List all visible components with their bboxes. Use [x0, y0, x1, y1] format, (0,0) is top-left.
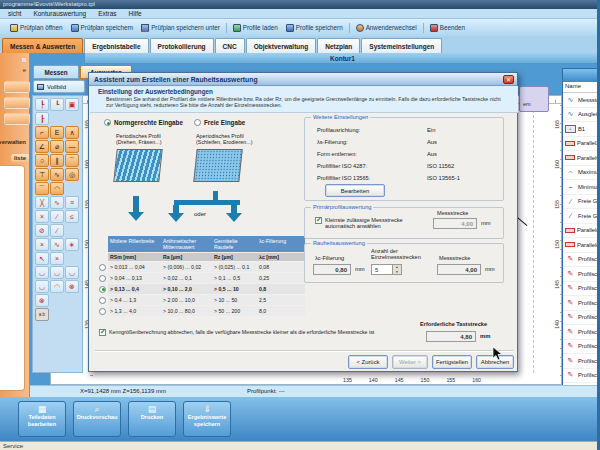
palette-tool-icon[interactable]: ◠ — [50, 182, 64, 195]
palette-tool-icon[interactable]: ◡ — [65, 266, 79, 279]
row-radio-icon[interactable] — [99, 286, 106, 293]
palette-tool-icon[interactable]: ⊘ — [35, 224, 49, 237]
palette-tool-icon[interactable]: ∕ — [50, 224, 64, 237]
palette-tool-icon[interactable]: ┞ — [35, 98, 49, 111]
palette-tool-icon[interactable]: ↖ — [35, 252, 49, 265]
palette-tool-icon[interactable]: ∕ — [50, 210, 64, 223]
bearbeiten-button[interactable]: Bearbeiten — [325, 184, 385, 197]
toolbar-button[interactable]: Prüfplan speichern — [67, 23, 138, 33]
list-item[interactable]: ∿ Ausgleich — [563, 108, 599, 123]
palette-tool-icon[interactable]: ▣ — [65, 98, 79, 111]
palette-tool-icon[interactable]: ∿ — [50, 196, 64, 209]
palette-tool-icon[interactable]: ┠ — [35, 112, 49, 125]
list-item[interactable]: ✎ Profilsch — [563, 340, 599, 355]
toolbar-button[interactable]: Prüfplan öffnen — [6, 23, 67, 33]
palette-tool-icon[interactable]: ∿ — [50, 238, 64, 251]
lc-filter-field[interactable]: 0,80 — [313, 264, 351, 275]
close-icon[interactable] — [503, 75, 514, 84]
anzahl-spinner[interactable]: 5 — [371, 264, 393, 275]
tab-messen[interactable]: Messen — [33, 65, 79, 79]
main-tab[interactable]: Systemeinstellungen — [361, 38, 442, 53]
palette-tool-icon[interactable]: ◡ — [50, 266, 64, 279]
palette-tool-icon[interactable]: ⌒ — [65, 154, 79, 167]
menu-item[interactable]: Konturauswertung — [33, 10, 86, 17]
list-item[interactable]: Parallelv — [563, 151, 599, 166]
palette-tool-icon[interactable]: ∗ — [65, 238, 79, 251]
sidebar-item-liste[interactable]: liste — [11, 154, 29, 162]
palette-tool-icon[interactable]: ┖ — [50, 98, 64, 111]
palette-tool-icon[interactable]: ⊤ — [35, 168, 49, 181]
list-item[interactable]: ∿ Messstell — [563, 93, 599, 108]
aperiodic-profile-image[interactable] — [193, 149, 242, 182]
action-button[interactable]: ▦ Teiledaten bearbeiten — [18, 401, 66, 437]
palette-tool-icon[interactable]: a.b — [35, 308, 49, 321]
toolbar-button[interactable]: Anwenderwechsel — [349, 23, 421, 33]
palette-tool-icon[interactable]: × — [35, 210, 49, 223]
sidebar-button[interactable] — [4, 97, 30, 109]
action-button[interactable]: ⇓ Ergebniswerte speichern — [183, 401, 231, 437]
list-item[interactable]: Parallel2 — [563, 137, 599, 152]
palette-tool-icon[interactable]: ∧ — [65, 126, 79, 139]
menu-item[interactable]: sicht — [8, 10, 21, 17]
main-tab[interactable]: Messen & Auswerten — [2, 38, 83, 53]
list-item[interactable]: ✎ Profilsch — [563, 354, 599, 369]
row-radio-icon[interactable] — [99, 308, 106, 315]
palette-tool-icon[interactable]: ◎ — [65, 168, 79, 181]
toolbar-button[interactable]: Beenden — [423, 23, 469, 33]
list-item[interactable]: ⌣ Minimum — [563, 180, 599, 195]
palette-tool-icon[interactable]: ≡ — [65, 196, 79, 209]
radio-freie-eingabe[interactable]: Freie Eingabe — [194, 119, 245, 126]
list-item[interactable]: Parallele — [563, 224, 599, 239]
main-tab[interactable]: Ergebnistabelle — [84, 38, 148, 53]
main-tab[interactable]: Protokollierung — [150, 38, 214, 53]
palette-tool-icon[interactable]: ⌀ — [50, 140, 64, 153]
spinner-updown-icon[interactable]: ▴▾ — [393, 264, 402, 275]
list-item[interactable]: ✎ Profilsch — [563, 253, 599, 268]
sidebar-button[interactable] — [4, 81, 30, 93]
list-item[interactable]: ✎ Profilsch — [563, 325, 599, 340]
vollbild-button[interactable]: Vollbild — [33, 80, 85, 93]
list-item[interactable]: ⊥ B1 — [563, 122, 599, 137]
menu-item[interactable]: Hilfe — [129, 10, 142, 17]
main-tab[interactable]: Objektverwaltung — [246, 38, 317, 53]
table-row[interactable]: > 1,3 ... 4,0 > 10,0 ... 80,0 > 50 ... 2… — [97, 306, 305, 316]
row-radio-icon[interactable] — [99, 297, 106, 304]
palette-tool-icon[interactable]: ⌐ — [35, 126, 49, 139]
dialog-title-bar[interactable]: Assistent zum Erstellen einer Rauheitsau… — [89, 73, 517, 86]
palette-tool-icon[interactable]: ╳ — [35, 196, 49, 209]
list-item[interactable]: ∕ Freie Ger — [563, 209, 599, 224]
zurueck-button[interactable]: < Zurück — [348, 355, 388, 369]
palette-tool-icon[interactable]: × — [50, 252, 64, 265]
list-item[interactable]: ✎ Profilsch — [563, 282, 599, 297]
palette-tool-icon[interactable]: Ε — [50, 126, 64, 139]
min-messstrecke-checkbox[interactable]: Kleinste zulässige Messstrecke automatis… — [315, 217, 419, 229]
table-row[interactable]: > 0,4 ... 1,3 > 2,00 ... 10,0 > 10 ... 5… — [97, 295, 305, 305]
table-row[interactable]: > 0,013 ... 0,04 > (0,006) ... 0,02 > (0… — [97, 262, 305, 272]
palette-tool-icon[interactable]: ◡ — [35, 280, 49, 293]
toolbar-button[interactable]: Profile speichern — [282, 23, 347, 33]
palette-tool-icon[interactable]: — — [65, 140, 79, 153]
messstrecke-field[interactable]: 4,00 — [433, 218, 477, 229]
palette-tool-icon[interactable]: ⊗ — [35, 294, 49, 307]
table-row[interactable]: > 0,04 ... 0,13 > 0,02 ... 0,1 > 0,1 ...… — [97, 273, 305, 283]
messstrecke-field2[interactable]: 4,00 — [437, 264, 481, 275]
palette-tool-icon[interactable]: ∥ — [50, 154, 64, 167]
list-item[interactable]: ✎ Profilsch — [563, 311, 599, 326]
radio-normgerecht[interactable]: Normgerechte Eingabe — [104, 119, 183, 126]
title-bar[interactable]: programme\Evovis\Werkstatpro.tpl — [0, 0, 600, 9]
row-radio-icon[interactable] — [99, 264, 106, 271]
sidebar-button[interactable] — [4, 113, 30, 125]
main-tab[interactable]: CNC — [215, 38, 245, 53]
list-item[interactable]: ⌢ Maximum — [563, 166, 599, 181]
sidebar-item-verwalten[interactable]: verwalten — [0, 139, 26, 145]
periodic-profile-image[interactable] — [113, 149, 162, 182]
palette-tool-icon[interactable]: ⌒ — [35, 182, 49, 195]
list-item[interactable]: ✎ Profilsch — [563, 369, 599, 384]
palette-tool-icon[interactable]: ◡ — [35, 266, 49, 279]
toolbar-button[interactable]: Prüfplan speichern unter — [137, 23, 224, 33]
abort-checkbox[interactable]: Kenngrößenberechnung abbrechen, falls di… — [99, 329, 429, 336]
list-item[interactable]: Parallele — [563, 238, 599, 253]
palette-tool-icon[interactable]: ∠ — [35, 140, 49, 153]
action-button[interactable]: ⌕ Druckvorschau — [73, 401, 121, 437]
weiter-button[interactable]: Weiter > — [392, 355, 428, 369]
